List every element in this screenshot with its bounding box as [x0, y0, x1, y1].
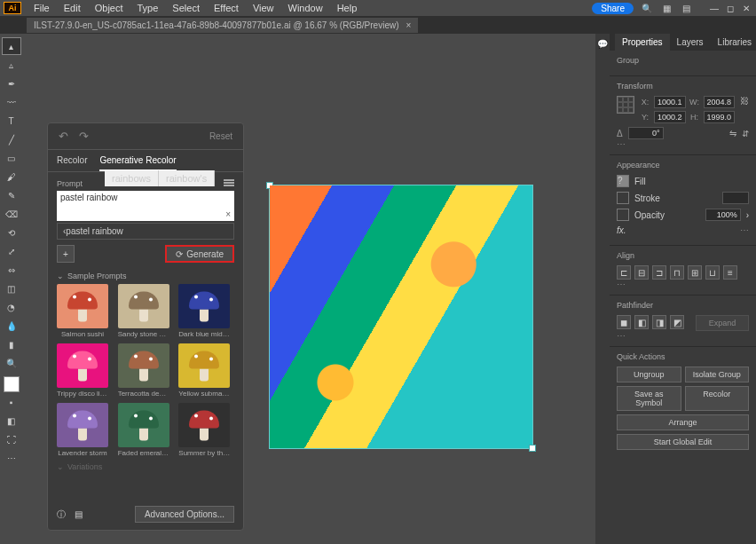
artboard[interactable]	[269, 185, 533, 449]
add-prompt-button[interactable]: +	[57, 245, 75, 263]
share-button[interactable]: Share	[592, 3, 634, 14]
curvature-tool[interactable]: 〰	[2, 93, 21, 111]
zoom-tool[interactable]: 🔍	[2, 354, 21, 372]
pathfinder-unite-icon[interactable]: ◼	[617, 315, 631, 329]
reference-point[interactable]	[617, 96, 634, 114]
transform-h[interactable]	[704, 111, 736, 123]
redo-icon[interactable]: ↷	[79, 130, 89, 143]
brush-tool[interactable]: 🖌	[2, 168, 21, 185]
align-top-icon[interactable]: ⊓	[670, 265, 684, 280]
start-global-edit-button[interactable]: Start Global Edit	[617, 434, 749, 450]
sample-prompts-header[interactable]: ⌄Sample Prompts	[57, 272, 234, 280]
transform-y[interactable]	[654, 111, 686, 123]
pathfinder-expand-button[interactable]: Expand	[696, 315, 749, 331]
sample-lavender-storm[interactable]: Lavender storm	[57, 403, 113, 457]
stroke-swatch[interactable]	[617, 192, 629, 204]
type-tool[interactable]: T	[2, 112, 21, 130]
align-left-icon[interactable]: ⊏	[617, 265, 631, 280]
transform-angle[interactable]	[628, 127, 664, 139]
sample-terracotta-desert[interactable]: Terracotta desert	[118, 343, 174, 398]
menu-view[interactable]: View	[246, 1, 281, 15]
align-hcenter-icon[interactable]: ⊟	[634, 265, 649, 280]
tab-close-icon[interactable]: ×	[406, 20, 412, 30]
undo-icon[interactable]: ↶	[59, 130, 68, 143]
sample-salmon-sushi[interactable]: Salmon sushi	[57, 284, 113, 338]
fill-swatch[interactable]: ?	[617, 175, 629, 187]
suggestion-1[interactable]: rainbows	[105, 170, 159, 186]
sample-trippy-disco[interactable]: Trippy disco lights	[57, 343, 113, 398]
direct-selection-tool[interactable]: ▵	[2, 56, 21, 74]
advanced-options-button[interactable]: Advanced Options...	[135, 506, 234, 523]
pathfinder-minus-icon[interactable]: ◧	[634, 315, 649, 329]
reset-button[interactable]: Reset	[209, 131, 232, 141]
tab-layers[interactable]: Layers	[670, 34, 711, 51]
more-tools-icon[interactable]: ⋯	[2, 449, 21, 467]
align-more-icon[interactable]: ⋯	[617, 280, 749, 289]
pathfinder-exclude-icon[interactable]: ◩	[670, 315, 684, 329]
scale-tool[interactable]: ⤢	[2, 242, 21, 260]
rotate-tool[interactable]: ⟲	[2, 224, 21, 241]
eyedropper-tool[interactable]: 💧	[2, 317, 21, 335]
pathfinder-intersect-icon[interactable]: ◨	[652, 315, 666, 329]
tab-properties[interactable]: Properties	[615, 34, 670, 51]
workspace-icon[interactable]: ▤	[680, 2, 692, 14]
sample-sandy-stone[interactable]: Sandy stone be...	[118, 284, 174, 338]
opacity-swatch[interactable]	[617, 209, 629, 221]
generate-button[interactable]: ⟳ Generate	[165, 245, 234, 263]
close-icon[interactable]: ✕	[740, 2, 752, 14]
pin-icon[interactable]: ▤	[75, 509, 83, 519]
menu-object[interactable]: Object	[88, 1, 130, 15]
prompt-input[interactable]	[57, 191, 234, 204]
link-wh-icon[interactable]: ⛓	[740, 96, 749, 106]
recolor-button[interactable]: Recolor	[685, 386, 750, 411]
menu-select[interactable]: Select	[165, 1, 207, 15]
sample-summer-by-the[interactable]: Summer by the ...	[178, 403, 234, 457]
prompt-menu-icon[interactable]	[224, 179, 234, 188]
arrange-docs-icon[interactable]: ▦	[660, 2, 673, 14]
gradient-tool[interactable]: ▮	[2, 335, 21, 353]
shape-builder-tool[interactable]: ◔	[2, 298, 21, 316]
screen-mode-icon[interactable]: ⛶	[2, 430, 21, 448]
menu-edit[interactable]: Edit	[57, 1, 88, 15]
rectangle-tool[interactable]: ▭	[2, 149, 21, 167]
free-transform-tool[interactable]: ◫	[2, 280, 21, 297]
clear-prompt-icon[interactable]: ×	[225, 209, 231, 219]
maximize-icon[interactable]: ◻	[724, 2, 736, 14]
shaper-tool[interactable]: ✎	[2, 186, 21, 204]
align-right-icon[interactable]: ⊐	[652, 265, 666, 280]
search-icon[interactable]: 🔍	[641, 2, 653, 14]
menu-effect[interactable]: Effect	[207, 1, 246, 15]
menu-help[interactable]: Help	[330, 1, 365, 15]
transform-more-icon[interactable]: ⋯	[617, 139, 749, 149]
suggestion-2[interactable]: rainbow's	[159, 170, 215, 186]
isolate-group-button[interactable]: Isolate Group	[685, 367, 750, 382]
line-tool[interactable]: ╱	[2, 130, 21, 148]
draw-mode-icon[interactable]: ◧	[2, 412, 21, 430]
opacity-value[interactable]	[705, 209, 741, 221]
ungroup-button[interactable]: Ungroup	[617, 367, 681, 382]
appearance-more-icon[interactable]: ⋯	[740, 225, 749, 235]
tab-recolor[interactable]: Recolor	[57, 155, 87, 171]
comments-icon[interactable]: 💬	[597, 39, 608, 49]
eraser-tool[interactable]: ⌫	[2, 205, 21, 223]
document-tab[interactable]: ILST-27.9.0-en_US-c0785ac1-11ea-47a6-89b…	[27, 18, 418, 33]
arrange-button[interactable]: Arrange	[617, 414, 749, 430]
sample-yellow-submarine[interactable]: Yellow submarine	[178, 343, 234, 398]
align-vcenter-icon[interactable]: ⊞	[688, 265, 702, 280]
menu-type[interactable]: Type	[130, 1, 166, 15]
pen-tool[interactable]: ✒	[2, 75, 21, 92]
flip-v-icon[interactable]: ⇵	[742, 129, 749, 138]
flip-h-icon[interactable]: ⇋	[729, 129, 736, 138]
tab-generative-recolor[interactable]: Generative Recolor	[99, 155, 176, 171]
pathfinder-more-icon[interactable]: ⋯	[617, 331, 749, 341]
tab-libraries[interactable]: Libraries	[711, 34, 756, 51]
color-mode-icon[interactable]: ▪	[2, 393, 21, 411]
canvas[interactable]: ↶ ↷ Reset Recolor Generative Recolor Pro…	[22, 34, 595, 544]
fill-stroke-swatch[interactable]	[4, 376, 20, 392]
minimize-icon[interactable]: ―	[708, 2, 721, 14]
opacity-chevron-icon[interactable]: ›	[746, 210, 749, 220]
fx-label[interactable]: fx.	[617, 225, 626, 235]
prompt-chip[interactable]: pastel rainbow	[66, 226, 122, 236]
menu-window[interactable]: Window	[281, 1, 330, 15]
save-as-symbol-button[interactable]: Save as Symbol	[617, 386, 681, 411]
